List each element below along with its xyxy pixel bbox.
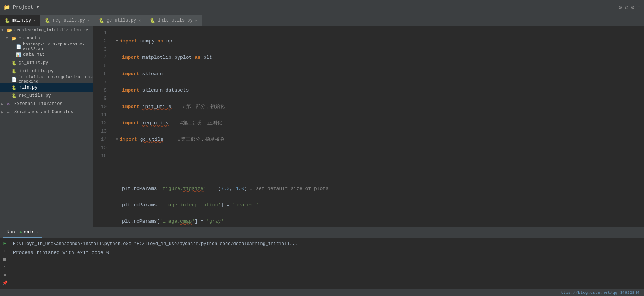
sidebar-item-root[interactable]: ▼ 📂 deeplearning_initialization.regulari… (0, 26, 93, 34)
ln-13: 13 (98, 127, 107, 136)
code-line-8 (116, 152, 644, 160)
sidebar-item-extlibs[interactable]: ▶ ⚙ External Libraries (0, 100, 93, 108)
spacer-datamat (10, 53, 15, 57)
ln-10: 10 (98, 103, 107, 111)
line-numbers: 1 2 3 4 5 6 7 8 9 10 11 12 13 14 15 16 (93, 26, 110, 227)
ln-7: 7 (98, 78, 107, 86)
spacer-basemap (10, 45, 15, 48)
arrow-scratches: ▶ (1, 110, 6, 114)
pin-button[interactable]: 📌 (1, 280, 8, 286)
sidebar-item-scratches[interactable]: ▶ ✏ Scratches and Consoles (0, 108, 93, 116)
py-icon-3: 🐍 (99, 18, 104, 23)
wrap-button[interactable]: ⇌ (1, 272, 8, 278)
ln-2: 2 (98, 37, 107, 45)
ln-8: 8 (98, 86, 107, 95)
ln-4: 4 (98, 54, 107, 62)
file-icon-basemap: 📄 (16, 44, 22, 49)
tab-label-gc: gc_utils.py (107, 18, 136, 23)
tab-main-py[interactable]: 🐍 main.py ✕ (0, 15, 40, 26)
run-icon: ● (19, 230, 22, 235)
initfile-label: initialization.regularization.gradient c… (19, 75, 93, 84)
tab-label-reg: reg_utils.py (53, 18, 85, 23)
tab-close-gc[interactable]: ✕ (138, 18, 141, 23)
code-line-9 (116, 168, 644, 176)
root-label: deeplearning_initialization.regularizati… (14, 28, 93, 32)
gcutils-label: gc_utils.py (19, 60, 48, 66)
title-bar-left: 📁 Project ▼ (4, 4, 39, 10)
sidebar-item-mainpy[interactable]: 🐍 main.py (0, 83, 93, 92)
settings-icon[interactable]: ⚙ (619, 4, 622, 10)
code-editor[interactable]: 1 2 3 4 5 6 7 8 9 10 11 12 13 14 15 16 ▼… (93, 26, 644, 227)
sidebar: ▼ 📂 deeplearning_initialization.regulari… (0, 26, 93, 227)
rerun-button[interactable]: ↻ (1, 264, 8, 270)
stop-button[interactable]: ⏹ (1, 256, 8, 262)
scratch-icon: ✏ (7, 110, 13, 115)
bottom-main: ▶ ↓ ⏹ ↻ ⇌ 📌 E:\lloyd_in_use\annaconda\in… (0, 238, 644, 289)
ln-1: 1 (98, 29, 107, 37)
bottom-close[interactable]: ✕ (37, 230, 38, 234)
code-line-2: import matplotlib.pyplot as plt (116, 54, 644, 62)
bottom-controls: ▶ ↓ ⏹ ↻ ⇌ 📌 (0, 238, 10, 289)
scratches-label: Scratches and Consoles (14, 109, 73, 115)
code-line-4: import sklearn.datasets (116, 86, 644, 95)
tab-close-main[interactable]: ✕ (33, 18, 35, 23)
lib-icon: ⚙ (7, 102, 13, 106)
spacer-initutils (6, 69, 10, 73)
run-button[interactable]: ▶ (1, 240, 8, 246)
minimize-icon[interactable]: − (637, 4, 640, 10)
project-label[interactable]: Project (13, 4, 34, 10)
sidebar-tree: ▼ 📂 deeplearning_initialization.regulari… (0, 26, 93, 227)
run-result: Process finished with exit code 0 (13, 249, 641, 257)
sidebar-item-gcutils[interactable]: 🐍 gc_utils.py (0, 59, 93, 67)
code-line-5: import init_utils #第一部分，初始化 (116, 103, 644, 111)
main-content: ▼ 📂 deeplearning_initialization.regulari… (0, 26, 644, 227)
py-icon-reg: 🐍 (12, 93, 18, 98)
code-line-7: ▼import gc_utils #第三部分，梯度校验 (116, 136, 644, 144)
down-button[interactable]: ↓ (1, 248, 8, 254)
dropdown-icon[interactable]: ▼ (37, 4, 40, 10)
tab-close-reg[interactable]: ✕ (87, 18, 89, 23)
fold-1[interactable]: ▼ (116, 37, 118, 45)
tab-gc-utils-py[interactable]: 🐍 gc_utils.py ✕ (94, 15, 145, 26)
sync-icon[interactable]: ⇄ (625, 4, 628, 10)
bottom-tab-run[interactable]: Run: ● main ✕ (3, 228, 42, 238)
tab-close-init[interactable]: ✕ (195, 18, 197, 23)
project-icon: 📁 (4, 4, 10, 10)
spacer-mainpy (6, 86, 10, 89)
file-icon-init: 📄 (12, 77, 18, 82)
sidebar-item-regutils[interactable]: 🐍 reg_utils.py (0, 92, 93, 100)
datasets-label: datasets (19, 36, 40, 41)
config-icon[interactable]: ⚙ (631, 4, 634, 10)
ln-15: 15 (98, 144, 107, 152)
code-line-10: plt.rcParams['figure.figsize'] = (7.0, 4… (116, 185, 644, 193)
sidebar-item-initfile[interactable]: 📄 initialization.regularization.gradient… (0, 75, 93, 83)
spacer-gcutils (6, 61, 10, 65)
fold-7[interactable]: ▼ (116, 136, 118, 144)
ln-12: 12 (98, 119, 107, 127)
ln-9: 9 (98, 95, 107, 103)
initutils-label: init_utils.py (19, 69, 54, 74)
sidebar-item-basemap[interactable]: 📄 basemap-1.2.0-cp36-cp36m-win32.whl (0, 42, 93, 51)
code-line-3: import sklearn (116, 70, 644, 78)
py-icon-gc: 🐍 (12, 61, 18, 66)
tab-main-label: main (24, 230, 35, 235)
py-icon-4: 🐍 (150, 18, 155, 23)
extlibs-label: External Libraries (14, 101, 63, 106)
sidebar-item-datamat[interactable]: 📊 data.mat (0, 51, 93, 59)
sidebar-item-datasets[interactable]: ▼ 📂 datasets (0, 34, 93, 42)
tab-init-utils-py[interactable]: 🐍 init_utils.py ✕ (145, 15, 202, 26)
py-icon-init: 🐍 (12, 69, 18, 74)
sidebar-item-initutils[interactable]: 🐍 init_utils.py (0, 67, 93, 75)
ln-3: 3 (98, 45, 107, 54)
spacer-initfile (6, 77, 10, 81)
mainpy-label: main.py (19, 85, 37, 90)
ln-5: 5 (98, 62, 107, 70)
code-line-11: plt.rcParams['image.interpolation'] = 'n… (116, 201, 644, 209)
code-line-12: plt.rcParams['image.cmap'] = 'gray' (116, 217, 644, 226)
code-content[interactable]: ▼import numpy as np import matplotlib.py… (110, 26, 644, 227)
status-link[interactable]: https://blog.csdn.net/qq_34622844 (558, 290, 640, 295)
arrow-root: ▼ (1, 28, 6, 32)
tab-label-init: init_utils.py (158, 18, 193, 23)
title-bar: 📁 Project ▼ ⚙ ⇄ ⚙ − (0, 0, 644, 15)
tab-reg-utils-py[interactable]: 🐍 reg_utils.py ✕ (40, 15, 94, 26)
